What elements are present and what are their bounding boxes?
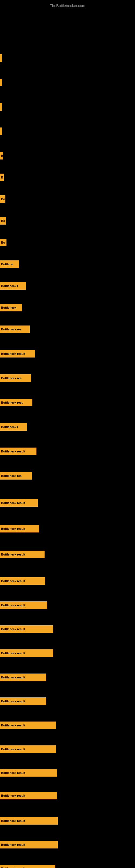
bar-row xyxy=(0,127,135,135)
bar-row: Bottleneck result xyxy=(0,865,135,868)
bar: Bottleneck xyxy=(0,304,22,311)
bar-row: Bottleneck result xyxy=(0,674,135,681)
bar-row: Bottleneck resu xyxy=(0,399,135,406)
bar-row: Bottleneck result xyxy=(0,525,135,532)
bar-row: Bottleneck res xyxy=(0,472,135,479)
bar-row: Bottleneck res xyxy=(0,374,135,382)
bar: Bottleneck result xyxy=(0,625,53,633)
bar xyxy=(0,79,2,86)
bar: B xyxy=(0,174,4,181)
bar: Bottleneck res xyxy=(0,326,30,333)
bar: Bo xyxy=(0,239,6,246)
bar: Bottleneck result xyxy=(0,649,53,657)
bar: Bottleneck r xyxy=(0,423,27,431)
bar-row: Bottleneck result xyxy=(0,698,135,705)
bar-row xyxy=(0,54,135,62)
bar: Bottleneck result xyxy=(0,721,56,729)
bar: Bottleneck result xyxy=(0,769,57,777)
bar-row: B xyxy=(0,152,135,159)
bar: Bottleneck result xyxy=(0,601,47,609)
bar: Bottleneck result xyxy=(0,674,46,681)
bar-row: Bottleneck result xyxy=(0,447,135,455)
bar: Bottleneck res xyxy=(0,472,32,479)
bar: Bottleneck result xyxy=(0,792,57,799)
bar-row: B xyxy=(0,174,135,181)
bar-row: Bottleneck xyxy=(0,304,135,311)
bar: Bottleneck result xyxy=(0,551,45,558)
bar-row: Bo xyxy=(0,195,135,203)
site-title: TheBottlenecker.com xyxy=(0,1,135,10)
bar-row: Bottleneck result xyxy=(0,817,135,825)
bar: Bottlene xyxy=(0,260,19,268)
bar: Bottleneck result xyxy=(0,499,38,507)
bar xyxy=(0,127,2,135)
bar-row: Bottleneck res xyxy=(0,326,135,333)
bar-row: Bottleneck result xyxy=(0,499,135,507)
bar-row: Bottleneck result xyxy=(0,841,135,848)
bar: Bottleneck result xyxy=(0,525,39,532)
bar: Bottleneck result xyxy=(0,745,56,753)
bar-row: Bottleneck result xyxy=(0,551,135,558)
bar: Bottleneck result xyxy=(0,350,35,358)
bar-row: Bo xyxy=(0,239,135,246)
bar-row: Bottleneck result xyxy=(0,769,135,777)
bar-row: Bo xyxy=(0,217,135,225)
bar: Bottleneck result xyxy=(0,865,55,868)
bar-row xyxy=(0,103,135,111)
bar: Bo xyxy=(0,195,5,203)
bar: Bottleneck result xyxy=(0,698,46,705)
bar xyxy=(0,54,2,62)
bar: Bottleneck res xyxy=(0,374,31,382)
bar-row: Bottlene xyxy=(0,260,135,268)
bar: Bottleneck resu xyxy=(0,399,32,406)
bar-row: Bottleneck result xyxy=(0,625,135,633)
bar-row: Bottleneck result xyxy=(0,577,135,585)
bar: Bottleneck result xyxy=(0,841,58,848)
bar-row: Bottleneck r xyxy=(0,423,135,431)
bar: Bo xyxy=(0,217,6,225)
bar-row: Bottleneck result xyxy=(0,792,135,799)
bar-row: Bottleneck result xyxy=(0,649,135,657)
bar-row: Bottleneck result xyxy=(0,745,135,753)
bar-row xyxy=(0,79,135,86)
bar-row: Bottleneck result xyxy=(0,721,135,729)
bar: B xyxy=(0,152,3,159)
bar-row: Bottleneck result xyxy=(0,350,135,358)
bar: Bottleneck result xyxy=(0,447,37,455)
bar: Bottleneck result xyxy=(0,577,45,585)
bar-row: Bottleneck r xyxy=(0,282,135,290)
bar xyxy=(0,103,2,111)
bar-row: Bottleneck result xyxy=(0,601,135,609)
bar: Bottleneck result xyxy=(0,817,58,825)
bar: Bottleneck r xyxy=(0,282,26,290)
